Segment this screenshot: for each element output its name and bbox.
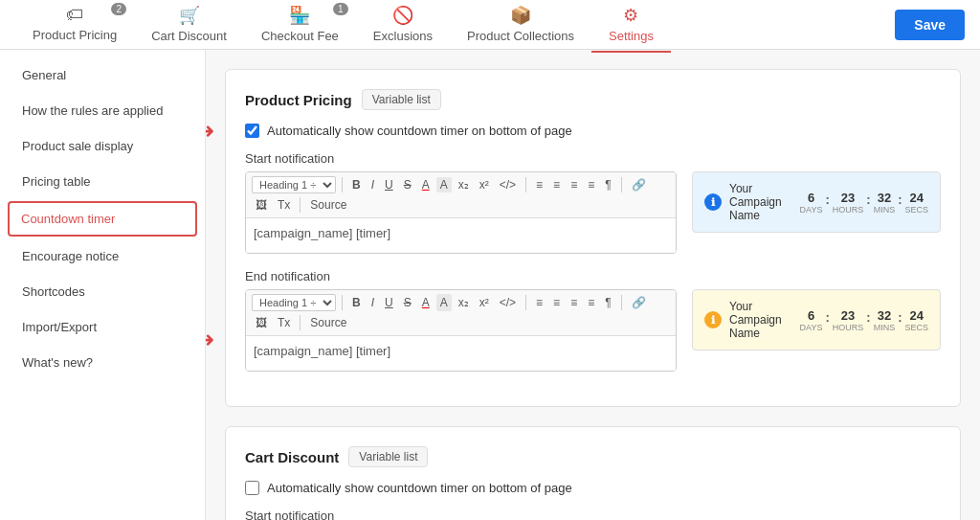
end-source-btn[interactable]: Source [306,314,350,331]
end-preview-name: Your Campaign Name [729,300,792,340]
start-preview: ℹ Your Campaign Name 6 DAYS : 23 HOURS [692,171,941,233]
sidebar-item-whats-new[interactable]: What's new? [0,345,205,380]
sidebar-item-shortcodes[interactable]: Shortcodes [0,274,205,309]
link-btn[interactable]: 🔗 [628,176,650,193]
font-color-btn[interactable]: A [418,176,434,193]
timer-hours: 23 HOURS [833,191,864,215]
cart-discount-title: Cart Discount [245,449,339,465]
cart-discount-variable-btn[interactable]: Variable list [348,446,428,467]
sep1 [342,177,343,192]
sep2 [525,177,526,192]
indent-btn[interactable]: ¶ [601,176,614,193]
ul-btn[interactable]: ≡ [549,176,564,193]
product-collections-icon: 📦 [510,5,531,26]
sub-btn[interactable]: x₂ [455,176,473,193]
end-italic-btn[interactable]: I [368,294,378,311]
sidebar: General How the rules are applied Produc… [0,50,206,520]
sidebar-item-encourage-notice[interactable]: Encourage notice [0,238,205,274]
end-ol-btn[interactable]: ≡ [532,294,546,311]
sidebar-item-pricing-table[interactable]: Pricing table [0,164,205,199]
nav-product-collections[interactable]: 📦 Product Collections [450,0,591,53]
sidebar-item-general[interactable]: General [0,57,205,93]
sep3 [621,177,622,192]
content-area: Product Pricing Variable list ➜ Automati… [206,50,980,520]
sup-btn[interactable]: x² [476,176,493,193]
checkout-fee-icon: 🏪 [289,5,310,26]
product-pricing-checkbox-label[interactable]: Automatically show countdown timer on bo… [267,124,572,138]
underline-btn[interactable]: U [381,176,397,193]
sidebar-item-product-sale[interactable]: Product sale display [0,128,205,164]
cart-discount-checkbox-label[interactable]: Automatically show countdown timer on bo… [267,481,572,495]
sidebar-item-countdown-timer[interactable]: Countdown timer [8,201,197,237]
sidebar-item-how-rules[interactable]: How the rules are applied [0,93,205,128]
end-image-btn[interactable]: 🖼 [252,314,271,331]
end-code-btn[interactable]: </> [496,294,520,311]
nav-checkout-fee-label: Checkout Fee [261,29,339,43]
cart-discount-section: Cart Discount Variable list Automaticall… [225,426,961,520]
clear-btn[interactable]: Tx [274,196,294,214]
italic-btn[interactable]: I [368,176,378,193]
start-preview-name: Your Campaign Name [729,182,792,222]
end-preview: ℹ Your Campaign Name 6 DAYS : 23 HOURS [692,289,941,350]
end-indent-btn[interactable]: ¶ [601,294,614,311]
end-strike-btn[interactable]: S [400,294,415,311]
nav-settings-label: Settings [609,29,654,43]
product-pricing-section: Product Pricing Variable list ➜ Automati… [225,69,961,407]
end-font-color-btn[interactable]: A [418,294,434,311]
nav-product-pricing[interactable]: 🏷 Product Pricing 2 [15,0,134,52]
align-right-btn[interactable]: ≡ [584,176,598,193]
end-align-right-btn[interactable]: ≡ [584,294,598,311]
end-link-btn[interactable]: 🔗 [628,294,650,311]
end-sub-btn[interactable]: x₂ [455,294,473,311]
start-editor-body[interactable]: [campaign_name] [timer] [246,218,676,253]
start-notif-row: Heading 1 ÷ B I U S A A x₂ x² </> [245,171,941,254]
strike-btn[interactable]: S [400,176,415,193]
cart-discount-checkbox[interactable] [245,481,259,495]
end-editor-wrap: ➜ Heading 1 ÷ B I U S A A x [245,289,677,372]
end-editor: Heading 1 ÷ B I U S A A x₂ x² </> [245,289,677,372]
end-bg-color-btn[interactable]: A [436,294,452,311]
end-editor-body[interactable]: [campaign_name] [timer] [246,336,676,371]
sidebar-item-import-export[interactable]: Import/Export [0,309,205,345]
end-bold-btn[interactable]: B [348,294,365,311]
settings-icon: ⚙ [623,5,638,26]
image-btn[interactable]: 🖼 [252,196,271,214]
ol-btn[interactable]: ≡ [532,176,546,193]
code-btn[interactable]: </> [496,176,520,193]
bg-color-btn[interactable]: A [436,177,452,192]
align-left-btn[interactable]: ≡ [567,176,581,193]
source-btn[interactable]: Source [306,196,350,214]
cart-discount-header: Cart Discount Variable list [245,446,941,467]
end-preview-icon: ℹ [704,311,722,328]
end-heading-select[interactable]: Heading 1 ÷ [252,294,336,311]
end-toolbar: Heading 1 ÷ B I U S A A x₂ x² </> [246,290,676,336]
top-navigation: 🏷 Product Pricing 2 🛒 Cart Discount 🏪 Ch… [0,0,980,50]
nav-checkout-fee[interactable]: 🏪 Checkout Fee 1 [244,0,356,53]
nav-cart-discount[interactable]: 🛒 Cart Discount [134,0,244,53]
end-align-left-btn[interactable]: ≡ [567,294,581,311]
nav-settings[interactable]: ⚙ Settings [591,0,671,53]
main-layout: General How the rules are applied Produc… [0,50,980,520]
save-button[interactable]: Save [895,10,965,40]
start-editor-wrap: Heading 1 ÷ B I U S A A x₂ x² </> [245,171,677,254]
cart-start-notif-label: Start notification [245,509,941,520]
start-notif-label: Start notification [245,151,941,166]
end-clear-btn[interactable]: Tx [274,314,294,331]
end-notification-block: End notification ➜ Heading 1 ÷ B I U S [245,269,941,372]
end-sup-btn[interactable]: x² [476,294,493,311]
start-preview-icon: ℹ [704,193,722,211]
product-pricing-variable-btn[interactable]: Variable list [362,89,441,110]
end-underline-btn[interactable]: U [381,294,397,311]
start-heading-select[interactable]: Heading 1 ÷ [252,176,336,193]
product-pricing-title: Product Pricing [245,92,352,108]
arrow-1: ➜ [206,119,214,144]
nav-exclusions[interactable]: 🚫 Exclusions [356,0,450,53]
end-notif-row: ➜ Heading 1 ÷ B I U S A A x [245,289,941,372]
end-ul-btn[interactable]: ≡ [549,294,564,311]
start-editor: Heading 1 ÷ B I U S A A x₂ x² </> [245,171,677,254]
sep8 [300,315,301,330]
bold-btn[interactable]: B [348,176,365,193]
product-pricing-checkbox[interactable] [245,124,259,138]
start-timer: 6 DAYS : 23 HOURS : 32 MINS [800,191,928,215]
exclusions-icon: 🚫 [392,5,413,26]
